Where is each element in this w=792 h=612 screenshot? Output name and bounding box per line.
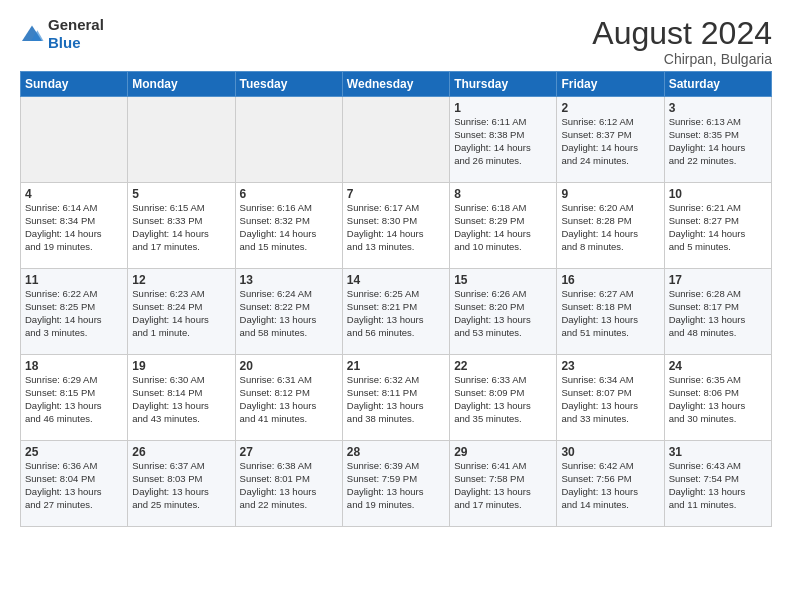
- calendar-week-2: 4Sunrise: 6:14 AM Sunset: 8:34 PM Daylig…: [21, 183, 772, 269]
- day-number: 15: [454, 273, 552, 287]
- calendar-day: 13Sunrise: 6:24 AM Sunset: 8:22 PM Dayli…: [235, 269, 342, 355]
- calendar-day: 19Sunrise: 6:30 AM Sunset: 8:14 PM Dayli…: [128, 355, 235, 441]
- day-info: Sunrise: 6:43 AM Sunset: 7:54 PM Dayligh…: [669, 460, 767, 511]
- day-number: 10: [669, 187, 767, 201]
- logo-general: General: [48, 16, 104, 33]
- calendar-day: 16Sunrise: 6:27 AM Sunset: 8:18 PM Dayli…: [557, 269, 664, 355]
- day-info: Sunrise: 6:29 AM Sunset: 8:15 PM Dayligh…: [25, 374, 123, 425]
- day-number: 24: [669, 359, 767, 373]
- day-number: 28: [347, 445, 445, 459]
- calendar-day: 11Sunrise: 6:22 AM Sunset: 8:25 PM Dayli…: [21, 269, 128, 355]
- calendar-table: SundayMondayTuesdayWednesdayThursdayFrid…: [20, 71, 772, 527]
- day-info: Sunrise: 6:25 AM Sunset: 8:21 PM Dayligh…: [347, 288, 445, 339]
- column-header-monday: Monday: [128, 72, 235, 97]
- day-number: 8: [454, 187, 552, 201]
- calendar-day: 5Sunrise: 6:15 AM Sunset: 8:33 PM Daylig…: [128, 183, 235, 269]
- day-info: Sunrise: 6:23 AM Sunset: 8:24 PM Dayligh…: [132, 288, 230, 339]
- day-info: Sunrise: 6:22 AM Sunset: 8:25 PM Dayligh…: [25, 288, 123, 339]
- month-year-title: August 2024: [592, 16, 772, 51]
- day-info: Sunrise: 6:32 AM Sunset: 8:11 PM Dayligh…: [347, 374, 445, 425]
- page-container: General Blue August 2024 Chirpan, Bulgar…: [0, 0, 792, 537]
- calendar-day: 26Sunrise: 6:37 AM Sunset: 8:03 PM Dayli…: [128, 441, 235, 527]
- day-info: Sunrise: 6:42 AM Sunset: 7:56 PM Dayligh…: [561, 460, 659, 511]
- day-number: 7: [347, 187, 445, 201]
- day-number: 25: [25, 445, 123, 459]
- day-number: 4: [25, 187, 123, 201]
- day-number: 1: [454, 101, 552, 115]
- day-info: Sunrise: 6:11 AM Sunset: 8:38 PM Dayligh…: [454, 116, 552, 167]
- day-number: 27: [240, 445, 338, 459]
- calendar-week-5: 25Sunrise: 6:36 AM Sunset: 8:04 PM Dayli…: [21, 441, 772, 527]
- day-number: 17: [669, 273, 767, 287]
- calendar-day: 30Sunrise: 6:42 AM Sunset: 7:56 PM Dayli…: [557, 441, 664, 527]
- title-block: August 2024 Chirpan, Bulgaria: [592, 16, 772, 67]
- calendar-day: 31Sunrise: 6:43 AM Sunset: 7:54 PM Dayli…: [664, 441, 771, 527]
- day-info: Sunrise: 6:31 AM Sunset: 8:12 PM Dayligh…: [240, 374, 338, 425]
- day-number: 5: [132, 187, 230, 201]
- day-number: 29: [454, 445, 552, 459]
- calendar-day: [235, 97, 342, 183]
- day-info: Sunrise: 6:24 AM Sunset: 8:22 PM Dayligh…: [240, 288, 338, 339]
- calendar-day: 23Sunrise: 6:34 AM Sunset: 8:07 PM Dayli…: [557, 355, 664, 441]
- logo-icon: [20, 24, 44, 44]
- calendar-week-1: 1Sunrise: 6:11 AM Sunset: 8:38 PM Daylig…: [21, 97, 772, 183]
- day-number: 30: [561, 445, 659, 459]
- day-number: 11: [25, 273, 123, 287]
- day-info: Sunrise: 6:37 AM Sunset: 8:03 PM Dayligh…: [132, 460, 230, 511]
- day-info: Sunrise: 6:30 AM Sunset: 8:14 PM Dayligh…: [132, 374, 230, 425]
- day-info: Sunrise: 6:26 AM Sunset: 8:20 PM Dayligh…: [454, 288, 552, 339]
- calendar-day: 22Sunrise: 6:33 AM Sunset: 8:09 PM Dayli…: [450, 355, 557, 441]
- calendar-day: 28Sunrise: 6:39 AM Sunset: 7:59 PM Dayli…: [342, 441, 449, 527]
- calendar-day: 14Sunrise: 6:25 AM Sunset: 8:21 PM Dayli…: [342, 269, 449, 355]
- day-info: Sunrise: 6:14 AM Sunset: 8:34 PM Dayligh…: [25, 202, 123, 253]
- calendar-day: 29Sunrise: 6:41 AM Sunset: 7:58 PM Dayli…: [450, 441, 557, 527]
- day-info: Sunrise: 6:16 AM Sunset: 8:32 PM Dayligh…: [240, 202, 338, 253]
- day-info: Sunrise: 6:13 AM Sunset: 8:35 PM Dayligh…: [669, 116, 767, 167]
- day-number: 14: [347, 273, 445, 287]
- calendar-day: 15Sunrise: 6:26 AM Sunset: 8:20 PM Dayli…: [450, 269, 557, 355]
- logo: General Blue: [20, 16, 104, 52]
- day-number: 22: [454, 359, 552, 373]
- calendar-day: 6Sunrise: 6:16 AM Sunset: 8:32 PM Daylig…: [235, 183, 342, 269]
- column-header-tuesday: Tuesday: [235, 72, 342, 97]
- calendar-day: 8Sunrise: 6:18 AM Sunset: 8:29 PM Daylig…: [450, 183, 557, 269]
- day-info: Sunrise: 6:35 AM Sunset: 8:06 PM Dayligh…: [669, 374, 767, 425]
- column-header-friday: Friday: [557, 72, 664, 97]
- calendar-day: [342, 97, 449, 183]
- day-info: Sunrise: 6:28 AM Sunset: 8:17 PM Dayligh…: [669, 288, 767, 339]
- calendar-week-4: 18Sunrise: 6:29 AM Sunset: 8:15 PM Dayli…: [21, 355, 772, 441]
- logo-blue: Blue: [48, 34, 81, 51]
- calendar-day: 25Sunrise: 6:36 AM Sunset: 8:04 PM Dayli…: [21, 441, 128, 527]
- calendar-day: 3Sunrise: 6:13 AM Sunset: 8:35 PM Daylig…: [664, 97, 771, 183]
- calendar-day: [128, 97, 235, 183]
- day-number: 6: [240, 187, 338, 201]
- calendar-day: 10Sunrise: 6:21 AM Sunset: 8:27 PM Dayli…: [664, 183, 771, 269]
- day-number: 21: [347, 359, 445, 373]
- calendar-day: 2Sunrise: 6:12 AM Sunset: 8:37 PM Daylig…: [557, 97, 664, 183]
- calendar-day: 18Sunrise: 6:29 AM Sunset: 8:15 PM Dayli…: [21, 355, 128, 441]
- day-number: 12: [132, 273, 230, 287]
- calendar-body: 1Sunrise: 6:11 AM Sunset: 8:38 PM Daylig…: [21, 97, 772, 527]
- calendar-day: 24Sunrise: 6:35 AM Sunset: 8:06 PM Dayli…: [664, 355, 771, 441]
- column-header-sunday: Sunday: [21, 72, 128, 97]
- calendar-day: 12Sunrise: 6:23 AM Sunset: 8:24 PM Dayli…: [128, 269, 235, 355]
- day-number: 18: [25, 359, 123, 373]
- day-number: 3: [669, 101, 767, 115]
- day-info: Sunrise: 6:39 AM Sunset: 7:59 PM Dayligh…: [347, 460, 445, 511]
- calendar-day: 9Sunrise: 6:20 AM Sunset: 8:28 PM Daylig…: [557, 183, 664, 269]
- logo-text: General Blue: [48, 16, 104, 52]
- calendar-day: [21, 97, 128, 183]
- calendar-day: 21Sunrise: 6:32 AM Sunset: 8:11 PM Dayli…: [342, 355, 449, 441]
- day-info: Sunrise: 6:17 AM Sunset: 8:30 PM Dayligh…: [347, 202, 445, 253]
- day-number: 19: [132, 359, 230, 373]
- day-number: 31: [669, 445, 767, 459]
- calendar-day: 4Sunrise: 6:14 AM Sunset: 8:34 PM Daylig…: [21, 183, 128, 269]
- day-info: Sunrise: 6:20 AM Sunset: 8:28 PM Dayligh…: [561, 202, 659, 253]
- day-number: 9: [561, 187, 659, 201]
- day-info: Sunrise: 6:34 AM Sunset: 8:07 PM Dayligh…: [561, 374, 659, 425]
- column-header-saturday: Saturday: [664, 72, 771, 97]
- day-number: 2: [561, 101, 659, 115]
- header-row: SundayMondayTuesdayWednesdayThursdayFrid…: [21, 72, 772, 97]
- day-info: Sunrise: 6:21 AM Sunset: 8:27 PM Dayligh…: [669, 202, 767, 253]
- day-info: Sunrise: 6:15 AM Sunset: 8:33 PM Dayligh…: [132, 202, 230, 253]
